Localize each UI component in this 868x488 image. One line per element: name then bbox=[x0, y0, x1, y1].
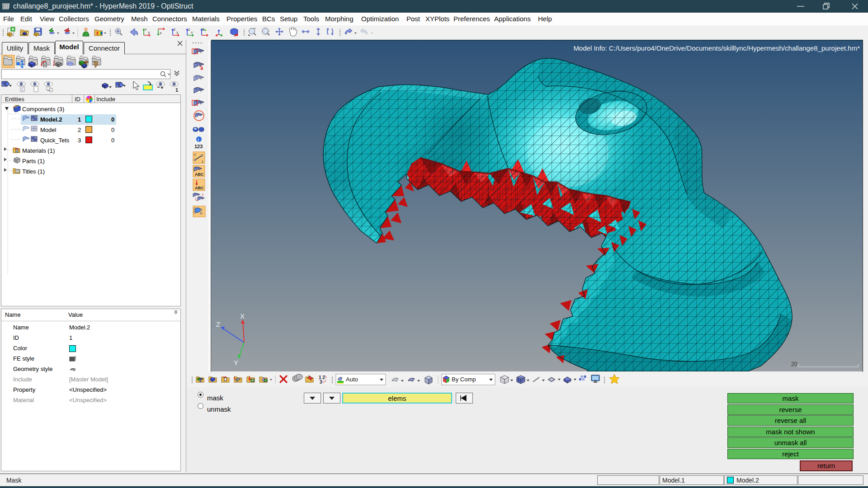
svg-text:Z: Z bbox=[174, 28, 176, 31]
svg-text:123: 123 bbox=[194, 144, 203, 149]
svg-text:X: X bbox=[240, 312, 245, 320]
svg-text:X: X bbox=[176, 31, 179, 34]
svg-text:Auto: Auto bbox=[346, 376, 358, 383]
svg-text:Z: Z bbox=[216, 320, 220, 328]
svg-text:0: 0 bbox=[194, 153, 196, 156]
svg-text:ABC: ABC bbox=[195, 172, 204, 177]
svg-text:X: X bbox=[160, 32, 162, 35]
svg-text:Z: Z bbox=[188, 28, 190, 31]
svg-text:ABC: ABC bbox=[195, 186, 204, 190]
svg-text:Y: Y bbox=[234, 359, 238, 366]
svg-text:X: X bbox=[148, 31, 150, 34]
svg-text:Y: Y bbox=[145, 28, 147, 31]
svg-text:By Comp: By Comp bbox=[452, 376, 476, 383]
svg-text:20: 20 bbox=[791, 361, 797, 367]
svg-text:1: 1 bbox=[175, 87, 178, 93]
svg-text:Y: Y bbox=[191, 31, 193, 34]
svg-text:3: 3 bbox=[320, 380, 322, 385]
svg-text:1: 1 bbox=[202, 160, 203, 163]
svg-text:Z: Z bbox=[203, 28, 205, 31]
svg-text:i: i bbox=[198, 137, 199, 142]
